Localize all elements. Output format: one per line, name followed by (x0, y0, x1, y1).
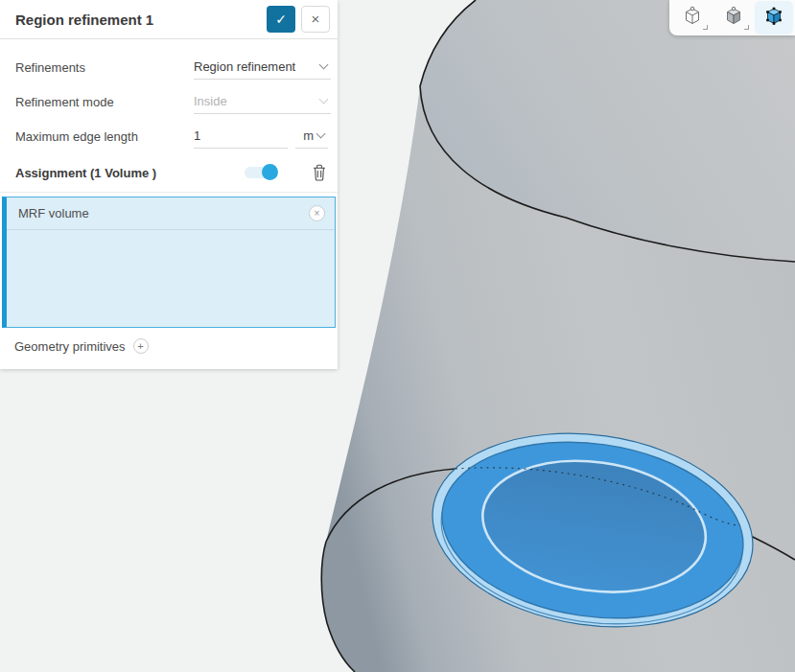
remove-x-icon: × (315, 208, 320, 219)
panel-body: Refinements Region refinement Refinement… (0, 39, 338, 359)
remove-volume-button[interactable]: × (309, 205, 325, 221)
refinements-select[interactable]: Region refinement (194, 55, 331, 80)
confirm-button[interactable]: ✓ (267, 6, 295, 33)
panel-header: Region refinement 1 ✓ × (0, 0, 338, 39)
refinement-mode-value: Inside (194, 94, 316, 108)
delete-assignment-button[interactable] (312, 163, 327, 182)
assignment-separator (0, 192, 338, 193)
submenu-corner-icon (744, 25, 749, 30)
max-edge-length-input[interactable]: 1 (194, 124, 288, 149)
refinements-value: Region refinement (194, 59, 316, 74)
geometry-primitives-row: Geometry primitives + (0, 333, 338, 359)
refinement-mode-row: Refinement mode Inside (0, 84, 338, 119)
view-mode-toolbar (669, 0, 795, 35)
unit-select[interactable]: m (295, 124, 328, 149)
unit-value: m (303, 128, 314, 143)
toggle-knob (262, 164, 278, 180)
assignment-label: Assignment (1 Volume ) (15, 166, 245, 180)
geometry-primitives-label: Geometry primitives (14, 339, 126, 354)
assignment-row: Assignment (1 Volume ) (0, 153, 338, 192)
submenu-corner-icon (703, 25, 708, 30)
solid-cube-icon (723, 6, 744, 30)
refinement-mode-label: Refinement mode (15, 95, 194, 109)
refinements-row: Refinements Region refinement (0, 50, 338, 84)
view-mode-solid-button[interactable] (714, 2, 753, 34)
plus-icon: + (137, 340, 143, 352)
view-mode-wireframe-button[interactable] (673, 2, 712, 34)
max-edge-length-row: Maximum edge length 1 m (0, 119, 338, 153)
chevron-down-icon (319, 60, 329, 70)
close-icon: × (312, 11, 320, 27)
chevron-down-icon (316, 129, 326, 139)
panel-title: Region refinement 1 (15, 12, 267, 28)
assignment-toggle[interactable] (245, 167, 276, 178)
region-refinement-panel: Region refinement 1 ✓ × Refinements Regi… (0, 0, 338, 369)
chevron-down-icon (319, 95, 329, 104)
max-edge-length-label: Maximum edge length (15, 129, 194, 144)
close-button[interactable]: × (301, 6, 330, 33)
assigned-volume-card[interactable]: MRF volume × (2, 197, 336, 328)
selection-cube-icon (763, 6, 784, 30)
add-geometry-primitive-button[interactable]: + (133, 338, 149, 354)
max-edge-length-value: 1 (194, 128, 200, 143)
assigned-volume-name: MRF volume (18, 206, 309, 220)
trash-icon (312, 171, 327, 185)
refinement-mode-select: Inside (194, 89, 331, 114)
wireframe-cube-icon (682, 6, 703, 30)
view-mode-selection-button[interactable] (755, 1, 793, 35)
refinements-label: Refinements (15, 60, 194, 75)
assigned-volume-header: MRF volume × (7, 197, 335, 230)
check-icon: ✓ (275, 12, 287, 27)
